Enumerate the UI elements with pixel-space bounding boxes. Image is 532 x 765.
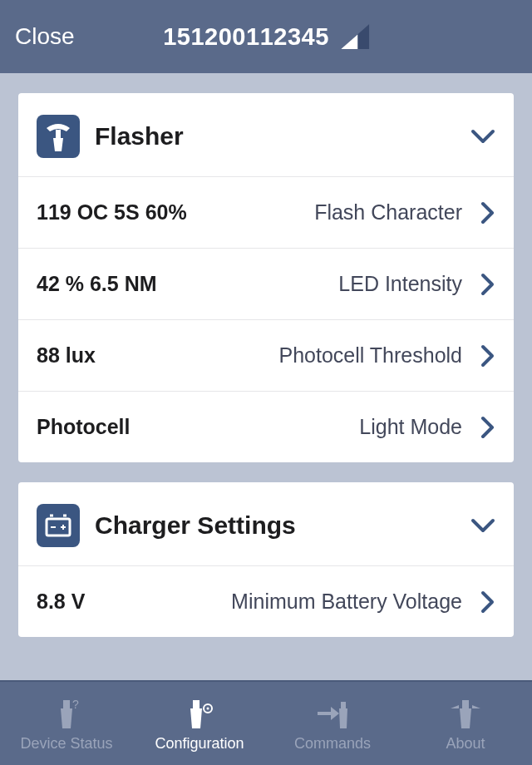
content-scroll[interactable]: Flasher 119 OC 5S 60% Flash Character 42… xyxy=(0,73,532,680)
row-label: Flash Character xyxy=(199,200,469,225)
row-value: 42 % 6.5 NM xyxy=(37,272,157,296)
tab-label: Device Status xyxy=(20,735,112,753)
svg-rect-0 xyxy=(56,130,61,138)
configuration-icon xyxy=(183,695,216,732)
tab-commands[interactable]: Commands xyxy=(266,682,399,765)
tab-about[interactable]: About xyxy=(399,682,532,765)
flasher-card: Flasher 119 OC 5S 60% Flash Character 42… xyxy=(18,93,514,462)
battery-icon xyxy=(37,504,80,547)
chevron-right-icon xyxy=(480,273,495,296)
chevron-right-icon xyxy=(480,201,495,225)
row-label: Photocell Threshold xyxy=(107,343,469,368)
tab-label: About xyxy=(446,735,485,753)
device-status-icon: ? xyxy=(52,695,81,732)
charger-card-header[interactable]: Charger Settings xyxy=(18,482,514,565)
flasher-card-title: Flasher xyxy=(95,122,456,151)
chevron-right-icon xyxy=(480,590,495,614)
row-value: Photocell xyxy=(37,415,131,439)
row-label: Minimum Battery Voltage xyxy=(96,590,469,614)
tab-configuration[interactable]: Configuration xyxy=(133,682,266,765)
tab-label: Commands xyxy=(294,735,371,753)
svg-rect-13 xyxy=(462,700,469,708)
charger-card-title: Charger Settings xyxy=(95,511,456,540)
row-value: 88 lux xyxy=(37,343,96,368)
charger-card: Charger Settings 8.8 V Minimum Battery V… xyxy=(18,482,514,637)
about-icon xyxy=(446,695,485,732)
header-title-wrap: 151200112345 xyxy=(163,23,369,51)
chevron-right-icon xyxy=(480,344,495,368)
tab-label: Configuration xyxy=(155,735,244,753)
flasher-card-header[interactable]: Flasher xyxy=(18,93,514,176)
row-photocell-threshold[interactable]: 88 lux Photocell Threshold xyxy=(18,319,514,391)
row-value: 8.8 V xyxy=(37,590,85,614)
svg-rect-9 xyxy=(193,700,200,708)
signal-icon xyxy=(341,24,369,49)
chevron-right-icon xyxy=(480,416,495,439)
row-flash-character[interactable]: 119 OC 5S 60% Flash Character xyxy=(18,176,514,248)
row-value: 119 OC 5S 60% xyxy=(37,200,187,225)
tab-bar: ? Device Status Configuration Commands A… xyxy=(0,680,532,765)
close-button[interactable]: Close xyxy=(15,23,75,50)
row-label: LED Intensity xyxy=(169,272,469,296)
chevron-down-icon xyxy=(470,128,495,145)
svg-rect-1 xyxy=(47,519,70,536)
svg-point-11 xyxy=(207,707,209,709)
header-bar: Close 151200112345 xyxy=(0,0,532,73)
tab-device-status[interactable]: ? Device Status xyxy=(0,682,133,765)
chevron-down-icon xyxy=(470,517,495,534)
row-label: Light Mode xyxy=(142,415,469,439)
row-led-intensity[interactable]: 42 % 6.5 NM LED Intensity xyxy=(18,248,514,319)
flasher-icon xyxy=(37,115,80,158)
row-min-battery-voltage[interactable]: 8.8 V Minimum Battery Voltage xyxy=(18,565,514,637)
row-light-mode[interactable]: Photocell Light Mode xyxy=(18,391,514,462)
svg-rect-7 xyxy=(63,700,70,708)
svg-rect-12 xyxy=(341,702,346,708)
device-id: 151200112345 xyxy=(163,23,329,51)
commands-icon xyxy=(314,695,351,732)
svg-text:?: ? xyxy=(72,698,79,711)
